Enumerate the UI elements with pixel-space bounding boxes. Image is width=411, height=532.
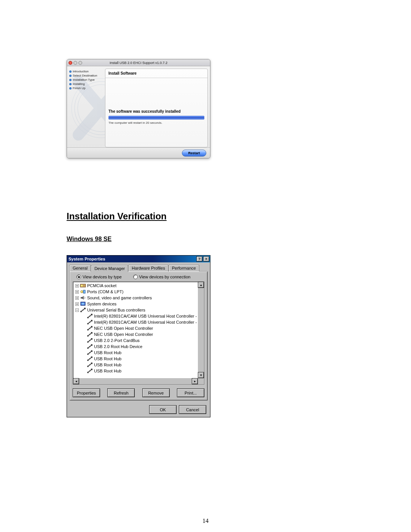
svg-rect-26	[91, 338, 92, 340]
scroll-left-button[interactable]: ◂	[73, 378, 79, 384]
svg-point-24	[89, 334, 91, 335]
expander-icon[interactable]: +	[75, 296, 79, 300]
dialog-footer: OK Cancel	[67, 403, 210, 417]
titlebar-buttons: ? ×	[196, 256, 209, 262]
svg-point-34	[87, 359, 89, 361]
tree-row[interactable]: +Sound, video and game controllers	[75, 295, 203, 301]
svg-rect-41	[91, 369, 92, 370]
tree-row[interactable]: USB 2.0 Root Hub Device	[75, 343, 203, 350]
ok-button[interactable]: OK	[149, 405, 177, 414]
step-installation-type: Installation Type	[69, 78, 103, 81]
tree-row[interactable]: USB Root Hub	[75, 368, 203, 374]
section-heading: Installation Verification	[67, 211, 167, 222]
svg-rect-6	[83, 290, 85, 293]
usb-icon	[87, 320, 93, 325]
expander-icon[interactable]: +	[75, 284, 79, 288]
remove-button[interactable]: Remove	[142, 388, 170, 397]
expander-icon[interactable]: +	[75, 290, 79, 294]
tree-item-label: Intel(R) 82801CA/CAM USB Universal Host …	[94, 320, 203, 324]
mac-content-header: Install Software	[105, 69, 207, 78]
svg-point-42	[89, 371, 91, 372]
tree-row[interactable]: +System devices	[75, 301, 203, 307]
svg-point-28	[87, 347, 89, 349]
usb-icon	[87, 332, 93, 337]
tree-item-label: Universal Serial Bus controllers	[87, 308, 145, 312]
usb-icon	[87, 356, 93, 361]
tree-item-label: NEC USB Open Host Controller	[94, 326, 153, 331]
svg-rect-4	[81, 285, 83, 286]
svg-point-15	[89, 316, 91, 317]
svg-point-31	[87, 353, 89, 355]
step-introduction: Introduction	[69, 70, 103, 73]
mac-sidebar: Introduction Select Destination Installa…	[67, 66, 105, 147]
radio-icon	[133, 275, 138, 279]
tree-row[interactable]: Intel(R) 82801CA/CAM USB Universal Host …	[75, 313, 203, 319]
tab-device-manager[interactable]: Device Manager	[91, 265, 128, 272]
svg-point-16	[87, 323, 89, 324]
svg-rect-11	[84, 308, 86, 309]
expander-icon[interactable]: +	[75, 302, 79, 306]
scroll-up-button[interactable]: ▴	[198, 282, 204, 288]
svg-marker-7	[81, 296, 84, 300]
progress-bar	[108, 116, 204, 120]
svg-point-5	[81, 291, 83, 293]
cancel-button[interactable]: Cancel	[179, 405, 206, 414]
close-button[interactable]: ×	[203, 256, 209, 262]
win-client-area: General Device Manager Hardware Profiles…	[67, 262, 210, 403]
tab-hardware-profiles[interactable]: Hardware Profiles	[128, 265, 168, 272]
tab-performance[interactable]: Performance	[169, 265, 199, 272]
system-icon	[80, 301, 86, 307]
svg-point-33	[89, 352, 91, 353]
svg-point-10	[80, 311, 82, 312]
bullet-icon	[69, 75, 72, 77]
usb-icon	[87, 338, 93, 343]
tree-row[interactable]: USB Root Hub	[75, 362, 203, 368]
step-select-destination: Select Destination	[69, 74, 103, 77]
radio-icon	[76, 275, 81, 279]
device-tree[interactable]: +PCMCIA socket+Ports (COM & LPT)+Sound, …	[75, 283, 203, 374]
svg-point-25	[87, 341, 89, 343]
svg-rect-23	[91, 332, 92, 334]
tree-row[interactable]: −Universal Serial Bus controllers	[75, 307, 203, 313]
horizontal-scrollbar[interactable]: ◂ ▸	[73, 378, 198, 384]
help-button[interactable]: ?	[196, 256, 202, 262]
scroll-right-button[interactable]: ▸	[192, 378, 198, 384]
tree-row[interactable]: NEC USB Open Host Controller	[75, 331, 203, 337]
svg-point-30	[89, 346, 91, 347]
tree-row[interactable]: +PCMCIA socket	[75, 283, 203, 289]
radio-by-connection[interactable]: View devices by connection	[133, 275, 191, 279]
svg-rect-20	[91, 326, 92, 328]
scroll-down-button[interactable]: ▾	[198, 372, 204, 378]
pcmcia-icon	[80, 283, 86, 288]
step-finish-up: Finish Up	[69, 86, 103, 90]
restart-button[interactable]: Restart	[182, 150, 206, 157]
tree-row[interactable]: Intel(R) 82801CA/CAM USB Universal Host …	[75, 319, 203, 325]
mac-installer-window: Install USB 2.0 EHCI Support v1.0.7.2 In…	[67, 59, 210, 158]
tree-row[interactable]: +Ports (COM & LPT)	[75, 289, 203, 295]
svg-point-22	[87, 335, 89, 337]
print-button[interactable]: Print...	[177, 388, 204, 397]
tree-row[interactable]: NEC USB Open Host Controller	[75, 325, 203, 331]
document-page: Install USB 2.0 EHCI Support v1.0.7.2 In…	[0, 0, 411, 532]
subsection-heading: Windows 98 SE	[67, 236, 112, 243]
usb-icon	[87, 362, 93, 367]
tab-general[interactable]: General	[69, 265, 91, 272]
refresh-button[interactable]: Refresh	[107, 388, 135, 397]
device-tree-container: +PCMCIA socket+Ports (COM & LPT)+Sound, …	[73, 281, 204, 385]
tree-item-label: USB 2.0 Root Hub Device	[94, 344, 142, 349]
tree-row[interactable]: USB 2.0 2-Port CardBus	[75, 337, 203, 343]
expander-icon[interactable]: −	[75, 308, 79, 312]
bullet-icon	[69, 79, 72, 81]
svg-rect-32	[91, 350, 92, 352]
page-number: 14	[0, 518, 411, 524]
mac-body: Introduction Select Destination Installa…	[67, 66, 210, 147]
properties-button[interactable]: Properties	[73, 388, 100, 397]
usb-icon	[87, 350, 93, 355]
bullet-icon	[69, 83, 72, 85]
tree-row[interactable]: USB Root Hub	[75, 350, 203, 356]
vertical-scrollbar[interactable]: ▴ ▾	[198, 282, 204, 378]
radio-by-type[interactable]: View devices by type	[76, 275, 122, 279]
action-button-row: Properties Refresh Remove Print...	[73, 388, 204, 397]
svg-point-21	[89, 328, 91, 329]
tree-row[interactable]: USB Root Hub	[75, 356, 203, 362]
